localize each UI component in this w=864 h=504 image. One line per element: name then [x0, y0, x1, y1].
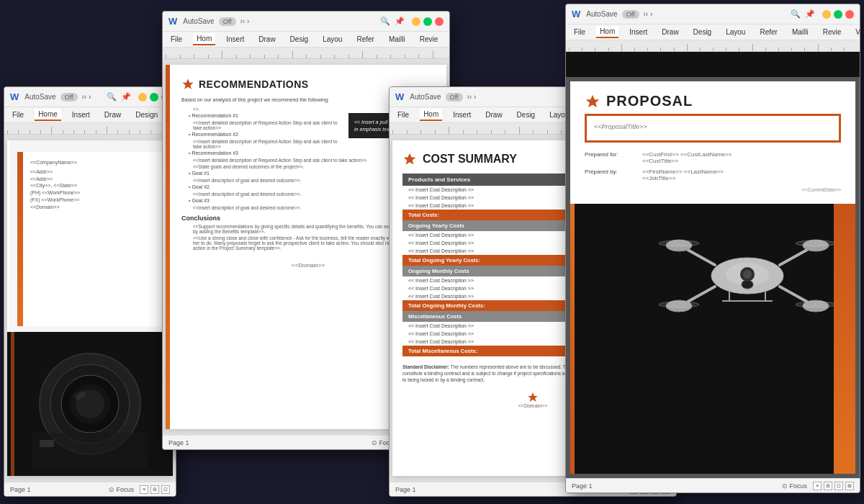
ribbon-draw-cost[interactable]: Draw: [482, 109, 505, 120]
prepared-for-value-2: <<CustTitle>>: [642, 158, 732, 164]
search-icon-proposal[interactable]: 🔍: [791, 9, 801, 19]
ribbon-design-mid[interactable]: Desig: [287, 34, 312, 45]
ribbon-file-cost[interactable]: File: [394, 109, 413, 120]
ribbon-home-mid[interactable]: Hom: [193, 33, 215, 45]
ribbon-view-mid[interactable]: View: [449, 34, 450, 45]
search-icon-mid[interactable]: 🔍: [380, 17, 390, 26]
cost-icon: [402, 152, 417, 166]
proposal-dark-bar: [566, 52, 860, 77]
ruler-mid: [163, 48, 449, 59]
ribbon-ref-mid[interactable]: Refer: [353, 34, 377, 45]
ribbon-insert-left[interactable]: Insert: [68, 109, 94, 120]
view-btn-1-left[interactable]: ≡: [140, 485, 148, 494]
svg-marker-13: [586, 94, 599, 107]
contact-comp: <<CompanyName>>: [30, 159, 156, 166]
minimize-btn-proposal[interactable]: [822, 10, 831, 19]
proposal-prepared-area: Prepared for: <<CustFirst>> <<CustLastNa…: [585, 148, 841, 184]
contact-addr2: <<Addr>>: [30, 176, 156, 183]
doc-content-proposal: PROPOSAL <<ProposalTitle>> Prepared for:: [566, 52, 860, 478]
ribbon-draw-mid[interactable]: Draw: [255, 34, 279, 45]
ribbon-draw-proposal[interactable]: Draw: [658, 27, 682, 37]
contact-domain: <<Domain>>: [30, 204, 156, 211]
chevron-proposal: ›› ›: [644, 10, 653, 18]
view-btn-1-proposal[interactable]: ≡: [813, 482, 822, 490]
pin-icon-proposal: 📌: [805, 9, 815, 19]
svg-point-30: [743, 270, 752, 279]
svg-rect-7: [32, 433, 148, 469]
ribbon-layout-proposal[interactable]: Layou: [722, 27, 749, 37]
maximize-btn-mid[interactable]: [423, 17, 432, 26]
ribbon-layout-mid[interactable]: Layou: [319, 34, 346, 45]
view-btn-4-proposal[interactable]: ⊠: [845, 482, 854, 490]
minimize-btn-left[interactable]: [138, 93, 147, 102]
close-btn-proposal[interactable]: [845, 10, 854, 19]
autosave-toggle-mid[interactable]: Off: [219, 17, 236, 26]
autosave-label-cost: AutoSave: [410, 93, 441, 101]
ribbon-insert-mid[interactable]: Insert: [222, 34, 248, 45]
ribbon-mail-mid[interactable]: Mailli: [385, 34, 409, 45]
maximize-btn-proposal[interactable]: [834, 10, 842, 19]
minimize-btn-mid[interactable]: [412, 17, 420, 26]
ribbon-review-proposal[interactable]: Revie: [819, 27, 845, 37]
view-btn-3-left[interactable]: ⊡: [161, 485, 170, 494]
view-controls-left: ≡ ⊞ ⊡: [140, 485, 170, 494]
view-btn-2-proposal[interactable]: ⊞: [824, 482, 832, 490]
prepared-by-value-1: <<FirstName>> <<LastName>>: [642, 168, 724, 175]
view-btn-3-proposal[interactable]: ⊡: [834, 482, 843, 490]
focus-icon-proposal[interactable]: ⊙ Focus: [782, 482, 807, 490]
ribbon-view-proposal[interactable]: View: [852, 27, 860, 37]
svg-point-24: [659, 240, 699, 246]
autosave-label-proposal: AutoSave: [586, 10, 617, 18]
window-proposal: W AutoSave Off ›› › 🔍 📌 File Hom Insert …: [565, 4, 860, 493]
ribbon-home-cost[interactable]: Hom: [420, 109, 442, 121]
contact-fax: (FX) <<WorkPhone>>: [30, 197, 156, 204]
prepared-by-label: Prepared by:: [585, 168, 635, 175]
ribbon-draw-left[interactable]: Draw: [101, 109, 125, 120]
ruler-left: [4, 123, 176, 135]
ruler-proposal: [566, 40, 860, 52]
window-controls-mid: [412, 17, 444, 26]
window-controls-proposal: [822, 10, 854, 19]
ribbon-insert-cost[interactable]: Insert: [449, 109, 474, 120]
focus-icon-left[interactable]: ⊙ Focus: [109, 486, 134, 493]
ribbon-insert-proposal[interactable]: Insert: [626, 27, 651, 37]
proposal-icon: [585, 94, 600, 109]
ribbon-home-left[interactable]: Home: [35, 109, 61, 121]
proposal-top-section: PROPOSAL <<ProposalTitle>> Prepared for:: [570, 81, 855, 204]
svg-point-25: [796, 240, 836, 246]
title-bar-mid: W AutoSave Off ›› › 🔍 📌: [163, 12, 449, 32]
svg-marker-11: [404, 153, 416, 165]
ribbon-design-proposal[interactable]: Desig: [690, 27, 716, 37]
ribbon-review-mid[interactable]: Revie: [416, 34, 442, 45]
ribbon-ref-proposal[interactable]: Refer: [756, 27, 780, 37]
autosave-toggle-cost[interactable]: Off: [446, 93, 463, 102]
view-controls-proposal: ≡ ⊞ ⊡ ⊠: [813, 482, 854, 490]
contact-city: <<City>>, <<State>>: [30, 182, 156, 189]
camera-svg: [11, 332, 169, 476]
pin-icon-left: 📌: [121, 92, 131, 102]
ribbon-file-mid[interactable]: File: [167, 34, 186, 45]
prepared-for-row: Prepared for: <<CustFirst>> <<CustLastNa…: [585, 151, 841, 164]
svg-marker-12: [528, 392, 538, 402]
window-left: W AutoSave Off ›› › 🔍 📌 File Home Insert…: [4, 86, 176, 497]
prepared-for-label: Prepared for:: [585, 151, 635, 158]
svg-rect-9: [11, 332, 14, 476]
ribbon-home-proposal[interactable]: Hom: [596, 26, 618, 38]
ribbon-file-left[interactable]: File: [9, 109, 27, 120]
title-bar-proposal: W AutoSave Off ›› › 🔍 📌: [566, 4, 860, 24]
view-btn-2-left[interactable]: ⊞: [150, 485, 159, 494]
title-bar-left: W AutoSave Off ›› › 🔍 📌: [4, 87, 176, 107]
ribbon-design-cost[interactable]: Desig: [513, 109, 539, 120]
status-bar-left: Page 1 ⊙ Focus ≡ ⊞ ⊡: [4, 482, 176, 496]
word-icon-mid: W: [168, 16, 177, 27]
autosave-toggle-left[interactable]: Off: [60, 93, 78, 102]
ribbon-design-left[interactable]: Design: [132, 109, 161, 120]
search-icon-left[interactable]: 🔍: [107, 92, 117, 102]
chevron-cost: ›› ›: [467, 93, 477, 101]
autosave-toggle-proposal[interactable]: Off: [622, 10, 639, 19]
proposal-title-box: <<ProposalTitle>>: [585, 114, 841, 143]
ribbon-mail-proposal[interactable]: Mailli: [788, 27, 812, 37]
close-btn-mid[interactable]: [435, 17, 444, 26]
ribbon-file-proposal[interactable]: File: [570, 27, 589, 37]
maximize-btn-left[interactable]: [150, 93, 158, 102]
